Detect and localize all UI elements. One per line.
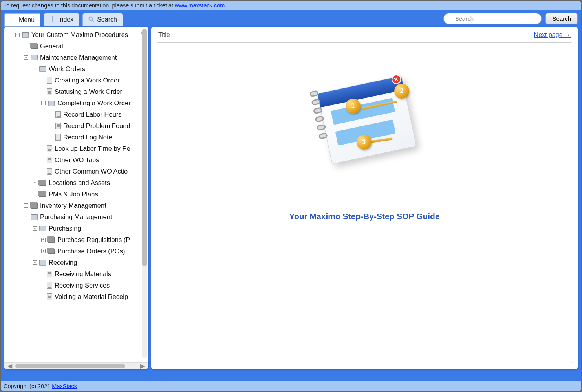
expand-icon[interactable]: + [33, 181, 37, 185]
tree-label: Work Orders [49, 65, 85, 73]
tree-mm[interactable]: − Maintenance Management [4, 52, 148, 63]
page-icon [47, 145, 52, 152]
page-icon [47, 77, 52, 84]
tree-wo-tabs[interactable]: Other WO Tabs [4, 154, 148, 166]
expand-icon[interactable]: + [24, 44, 28, 48]
tree-label: Receiving [49, 259, 77, 266]
search-area: Search [443, 13, 578, 27]
tree-wo-c-labor[interactable]: Record Labor Hours [4, 109, 148, 120]
footer-link[interactable]: MaxStack [52, 383, 77, 389]
expand-icon[interactable]: + [41, 249, 46, 253]
list-icon [10, 17, 16, 23]
svg-point-7 [89, 17, 93, 21]
content-body: ✕ 1 2 3 Your Maximo Step-By-Step SOP Gui… [157, 42, 572, 363]
search-button[interactable]: Search [545, 13, 578, 24]
tree-label: General [40, 42, 63, 50]
tree-pur[interactable]: − Purchasing [4, 223, 148, 234]
page-icon [55, 134, 61, 141]
collapse-icon[interactable]: − [33, 226, 37, 231]
scroll-left-icon[interactable]: ◀ [6, 362, 14, 370]
tree-pr[interactable]: + Purchase Requisitions (P [4, 234, 148, 245]
tree-label: Receiving Services [55, 282, 110, 289]
page-icon [47, 88, 52, 95]
closed-book-icon [31, 203, 38, 209]
scroll-right-icon[interactable]: ▶ [139, 362, 146, 370]
collapse-icon[interactable]: − [24, 55, 28, 60]
closed-book-icon [31, 44, 38, 49]
guide-illustration: ✕ 1 2 3 [306, 59, 423, 169]
tree-pm[interactable]: + PMs & Job Plans [4, 189, 148, 200]
tab-index[interactable]: Index [44, 13, 79, 26]
collapse-icon[interactable]: − [33, 67, 37, 71]
step-3-badge: 3 [357, 135, 372, 150]
tree-label: Receiving Materials [55, 270, 111, 278]
page-title-label: Title [158, 31, 170, 38]
page-icon [55, 111, 61, 118]
tree-wo[interactable]: − Work Orders [4, 63, 148, 75]
horizontal-scrollbar[interactable]: ◀ ▶ [4, 362, 148, 369]
tree-recv-voidmat[interactable]: Voiding a Material Receip [4, 291, 148, 302]
collapse-icon[interactable]: − [41, 101, 46, 105]
expand-icon[interactable]: + [24, 203, 28, 208]
tree-po[interactable]: + Purchase Orders (POs) [4, 245, 148, 257]
closed-book-icon [39, 180, 46, 186]
tree-label: Record Labor Hours [63, 111, 122, 118]
tree-recv[interactable]: − Receiving [4, 257, 148, 268]
book-open-icon [39, 226, 46, 231]
tree-wo-labortime[interactable]: Look up Labor Time by Pe [4, 143, 148, 154]
step-1-badge: 1 [346, 99, 361, 114]
tab-menu[interactable]: Menu [4, 13, 40, 27]
book-open-icon [39, 66, 46, 72]
svg-line-8 [92, 20, 94, 22]
tree-label: Purchasing [49, 225, 81, 232]
tree-wo-create[interactable]: Creating a Work Order [4, 75, 148, 86]
next-page-link[interactable]: Next page → [534, 31, 571, 38]
closed-book-icon [48, 237, 55, 243]
tree-wo-complete[interactable]: − Completing a Work Order [4, 97, 148, 109]
notice-link[interactable]: www.maxstack.com [175, 2, 225, 9]
page-icon [47, 271, 52, 277]
tree-wo-actions[interactable]: Other Common WO Actio [4, 166, 148, 177]
footer: Copyright (c) 2021 MaxStack [1, 381, 581, 391]
tree-root[interactable]: − Your Custom Maximo Procedures [4, 29, 148, 40]
page-icon [47, 282, 52, 289]
tree-recv-mat[interactable]: Receiving Materials [4, 268, 148, 280]
tree-label: Locations and Assets [49, 179, 110, 187]
book-open-icon [22, 32, 29, 38]
main-area: − Your Custom Maximo Procedures + Genera… [1, 27, 581, 372]
tree-inv[interactable]: + Inventory Management [4, 200, 148, 211]
page-icon [47, 168, 52, 175]
collapse-icon[interactable]: − [15, 33, 20, 37]
tree-la[interactable]: + Locations and Assets [4, 177, 148, 189]
collapse-icon[interactable]: − [24, 215, 28, 219]
copyright-text: Copyright (c) 2021 [4, 383, 52, 389]
tree-scroll: − Your Custom Maximo Procedures + Genera… [4, 27, 148, 362]
search-input[interactable] [443, 13, 542, 24]
tree-label: PMs & Job Plans [49, 191, 98, 198]
tree-wo-c-log[interactable]: Record Log Note [4, 132, 148, 143]
tree-general[interactable]: + General [4, 40, 148, 52]
svg-point-5 [10, 22, 11, 22]
content-header: Title Next page → [151, 27, 578, 42]
tree-label: Maintenance Management [40, 54, 117, 61]
tab-index-label: Index [58, 16, 73, 23]
tree-wo-status[interactable]: Statusing a Work Order [4, 86, 148, 97]
book-open-icon [39, 260, 46, 266]
tree-label: Other WO Tabs [55, 156, 99, 164]
tree-label: Look up Labor Time by Pe [55, 145, 130, 152]
tree-purmgmt[interactable]: − Purchasing Management [4, 211, 148, 223]
expand-icon[interactable]: + [41, 238, 46, 242]
content-panel: Title Next page → ✕ 1 2 3 [151, 27, 578, 369]
tree-recv-svc[interactable]: Receiving Services [4, 280, 148, 291]
tree-label: Statusing a Work Order [55, 88, 122, 95]
tab-row: Menu Index Search Search [1, 10, 581, 27]
tree-label: Your Custom Maximo Procedures [31, 31, 128, 38]
tab-search[interactable]: Search [82, 13, 123, 26]
collapse-icon[interactable]: − [33, 260, 37, 265]
tree-label: Completing a Work Order [57, 99, 131, 107]
notice-text: To request changes to this documentation… [4, 2, 175, 9]
tree-wo-c-problem[interactable]: Record Problem Found [4, 120, 148, 132]
tree-label: Record Problem Found [63, 122, 130, 130]
tree-label: Purchase Orders (POs) [57, 247, 125, 255]
expand-icon[interactable]: + [33, 192, 37, 196]
